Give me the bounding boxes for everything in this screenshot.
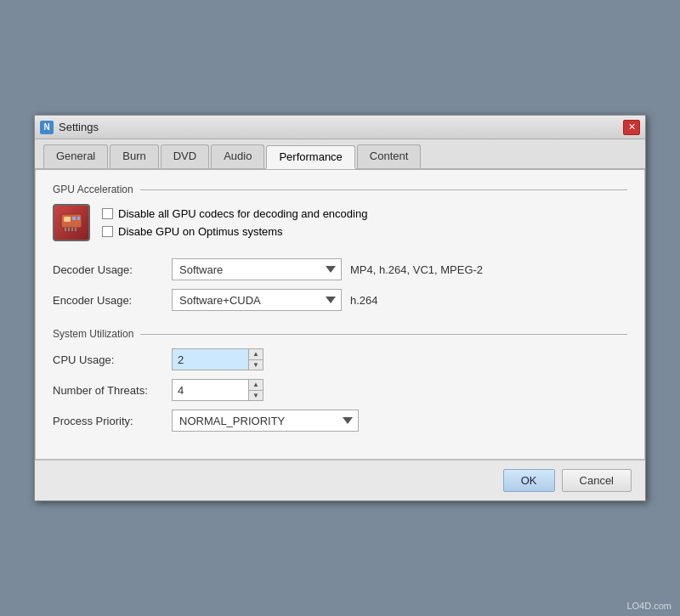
svg-rect-7 (75, 228, 76, 231)
decoder-hint: MP4, h.264, VC1, MPEG-2 (350, 263, 483, 276)
cpu-usage-spinbox: ▲ ▼ (172, 348, 264, 370)
process-priority-select[interactable]: NORMAL_PRIORITY HIGH_PRIORITY LOW_PRIORI… (172, 410, 359, 432)
optimus-gpu-label: Disabe GPU on Optimus systems (118, 225, 283, 238)
svg-rect-6 (71, 228, 73, 231)
title-bar: N Settings ✕ (35, 116, 645, 139)
encoder-label: Encoder Usage: (53, 294, 172, 307)
tab-general[interactable]: General (43, 144, 108, 168)
decoder-select[interactable]: Software Hardware Software+CUDA (172, 258, 342, 280)
system-section-label: System Utilization (53, 328, 627, 340)
cpu-usage-up-button[interactable]: ▲ (249, 349, 263, 360)
cpu-usage-label: CPU Usage: (53, 353, 172, 366)
decoder-row: Decoder Usage: Software Hardware Softwar… (53, 258, 627, 280)
process-priority-label: Process Priority: (53, 415, 172, 427)
tabs-bar: General Burn DVD Audio Performance Conte… (35, 139, 645, 170)
num-threats-label: Number of Threats: (53, 384, 172, 397)
close-button[interactable]: ✕ (623, 120, 640, 135)
num-threats-spinbox: ▲ ▼ (172, 379, 264, 401)
decoder-label: Decoder Usage: (53, 263, 172, 276)
num-threats-row: Number of Threats: ▲ ▼ (53, 379, 627, 401)
cancel-button[interactable]: Cancel (562, 469, 632, 492)
num-threats-up-button[interactable]: ▲ (249, 380, 263, 391)
window-title: Settings (59, 121, 99, 133)
encoder-select-wrapper: Software Hardware Software+CUDA h.264 (172, 289, 378, 311)
disable-gpu-label: Disable all GPU codecs for decoding and … (118, 207, 367, 220)
cpu-usage-row: CPU Usage: ▲ ▼ (53, 348, 627, 370)
encoder-hint: h.264 (350, 294, 378, 307)
process-priority-row: Process Priority: NORMAL_PRIORITY HIGH_P… (53, 410, 627, 432)
encoder-row: Encoder Usage: Software Hardware Softwar… (53, 289, 627, 311)
watermark: LO4D.com (626, 601, 672, 611)
bottom-bar: OK Cancel (35, 460, 645, 500)
tab-content[interactable]: Content (357, 144, 422, 168)
system-utilization-section: System Utilization CPU Usage: ▲ ▼ Number… (53, 328, 627, 432)
window-icon: N (40, 121, 54, 134)
decoder-section: Decoder Usage: Software Hardware Softwar… (53, 258, 627, 311)
settings-window: N Settings ✕ General Burn DVD Audio Perf… (34, 115, 646, 501)
encoder-select[interactable]: Software Hardware Software+CUDA (172, 289, 342, 311)
title-bar-left: N Settings (40, 121, 99, 134)
tab-performance[interactable]: Performance (266, 145, 354, 169)
svg-rect-5 (68, 228, 70, 231)
num-threats-spin-buttons: ▲ ▼ (249, 380, 263, 400)
tab-audio[interactable]: Audio (211, 144, 264, 168)
num-threats-down-button[interactable]: ▼ (249, 391, 263, 401)
decoder-select-wrapper: Software Hardware Software+CUDA MP4, h.2… (172, 258, 483, 280)
content-area: GPU Acceleration (35, 170, 645, 460)
svg-rect-4 (65, 228, 66, 231)
cpu-usage-down-button[interactable]: ▼ (249, 360, 263, 370)
ok-button[interactable]: OK (503, 469, 555, 492)
cpu-usage-spin-buttons: ▲ ▼ (249, 349, 263, 370)
cpu-usage-input[interactable] (173, 349, 249, 370)
num-threats-input[interactable] (173, 380, 249, 400)
checkbox-row-1: Disable all GPU codecs for decoding and … (102, 207, 367, 220)
tab-dvd[interactable]: DVD (161, 144, 209, 168)
checkbox-row-2: Disabe GPU on Optimus systems (102, 225, 367, 238)
svg-rect-1 (64, 217, 71, 222)
gpu-content: Disable all GPU codecs for decoding and … (53, 204, 627, 241)
svg-rect-3 (77, 217, 80, 220)
gpu-checkboxes: Disable all GPU codecs for decoding and … (102, 204, 367, 238)
tab-burn[interactable]: Burn (110, 144, 158, 168)
gpu-acceleration-section: GPU Acceleration (53, 184, 627, 241)
gpu-icon (53, 204, 90, 241)
svg-rect-2 (72, 217, 76, 220)
disable-gpu-checkbox[interactable] (102, 208, 113, 219)
optimus-gpu-checkbox[interactable] (102, 226, 113, 237)
gpu-section-label: GPU Acceleration (53, 184, 627, 195)
